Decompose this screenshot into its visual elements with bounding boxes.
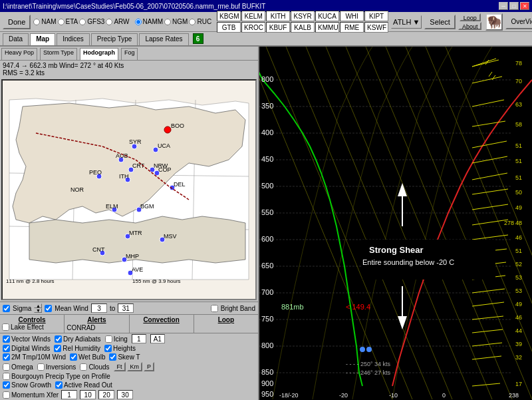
snow-growth-checkbox[interactable] [3,381,10,389]
ngm-radio[interactable] [164,19,171,25]
atlh-dropdown[interactable]: ATLH ▼ [391,15,422,29]
subtab-storm-type[interactable]: Storm Type [40,48,77,60]
station-kuca[interactable]: KUCA [315,11,339,21]
svg-text:881mb: 881mb [281,303,304,311]
momentum-val2[interactable] [80,390,96,399]
range-to[interactable] [118,303,134,313]
heights-checkbox[interactable] [104,345,112,352]
namm-radio[interactable] [135,19,142,25]
station-kbgm[interactable]: KBGM [217,11,241,21]
svg-text:51: 51 [515,174,522,181]
dry-adiabats-checkbox[interactable] [55,335,62,343]
lake-effect-checkbox[interactable] [2,323,9,331]
loop-button[interactable]: Loop [460,13,481,21]
tab-precip-type[interactable]: Precip Type [91,33,138,45]
svg-text:ITH: ITH [119,173,129,180]
sigma-up[interactable]: ▲ [34,303,42,308]
skew-t-checkbox[interactable] [109,353,116,361]
svg-text:NOR: NOR [70,186,84,193]
mean-wind-checkbox[interactable] [45,305,52,312]
station-rme[interactable]: RME [340,22,364,33]
svg-text:UCA: UCA [158,142,170,149]
svg-line-114 [472,204,508,210]
active-read-out-checkbox[interactable] [55,381,63,389]
model-selector-2: NAMM NGM RUC [135,18,212,25]
svg-line-112 [472,173,507,180]
lake-effect-item: Lake Effect [2,323,62,331]
skew-t-label: Skew T [118,353,140,361]
ft-button[interactable]: Ft [114,362,126,371]
station-kmmu[interactable]: KMMU [315,22,339,33]
svg-line-124 [472,343,502,346]
icing-checkbox[interactable] [105,335,112,343]
select-button[interactable]: Select [424,15,456,29]
subtab-heavy-pop[interactable]: Heavy Pop [1,48,37,60]
svg-text:900: 900 [261,379,273,387]
rel-humidity-checkbox[interactable] [54,345,61,352]
convection-title: Convection [132,316,192,323]
done-button[interactable]: Done [3,15,31,29]
svg-text:AVE: AVE [132,266,143,273]
momentum-label: Momentum Xfer [11,391,59,399]
tab-indices[interactable]: Indices [57,33,90,45]
station-kroc[interactable]: KROC [241,22,265,33]
eta-radio[interactable] [58,19,65,25]
station-kswf[interactable]: KSWF [364,22,388,33]
omega-checkbox[interactable] [3,363,10,371]
svg-text:850: 850 [261,368,273,376]
twm-wind-checkbox[interactable] [3,353,10,361]
checkbox-row2: Digital Winds Rel Humidity Heights [0,344,258,353]
station-whi[interactable]: WHI [340,11,364,21]
km-button[interactable]: Km [127,362,143,371]
nam-radio[interactable] [33,19,40,25]
subtab-fog[interactable]: Fog [121,48,138,60]
station-ksyr[interactable]: KSYR [291,11,315,21]
momentum-val4[interactable] [117,390,133,399]
bourgouyn-checkbox[interactable] [3,373,10,380]
tab-lapse-rates[interactable]: Lapse Rates [139,33,188,45]
snow-growth-item: Snow Growth [3,381,51,389]
digital-winds-item: Digital Winds [3,345,50,352]
station-kelm[interactable]: KELM [241,11,265,21]
momentum-checkbox[interactable] [3,391,10,399]
about-button[interactable]: About [458,22,482,30]
station-kipt[interactable]: KIPT [364,11,388,21]
svg-line-108 [472,100,504,106]
ruc-radio[interactable] [189,19,196,25]
svg-text:950: 950 [261,390,273,398]
station-kalb[interactable]: KALB [291,22,315,33]
station-kith[interactable]: KITH [266,11,290,21]
range-from[interactable] [91,303,107,313]
sigma-checkbox[interactable] [3,305,10,312]
gfs3-radio[interactable] [79,19,86,25]
sounding-chart: 800 350 400 450 500 550 600 650 700 750 … [259,47,532,400]
maximize-button[interactable]: □ [509,2,519,10]
tab-map[interactable]: Map [30,33,55,45]
map-info: 947.4 → 662.3 mb Wind= 272 ° at 40 Kts R… [0,61,258,78]
wet-bulb-checkbox[interactable] [70,353,77,361]
minimize-button[interactable]: ─ [499,2,508,10]
p-button[interactable]: P [144,362,154,371]
close-button[interactable]: ✕ [520,2,529,10]
map-area[interactable]: BOO SYR UCA AUB CRT NRW PEO [1,79,257,300]
tab-data[interactable]: Data [3,33,29,45]
bright-band-checkbox[interactable] [211,305,218,312]
svg-text:238: 238 [509,392,519,399]
station-kbuf[interactable]: KBUF [266,22,290,33]
overview-button[interactable]: OverView [505,15,532,29]
subtab-hodograph[interactable]: Hodograph [80,48,118,60]
namm-label: NAMM [143,18,164,25]
arw-radio[interactable] [106,19,112,25]
clouds-checkbox[interactable] [80,363,87,371]
digital-winds-checkbox[interactable] [3,345,10,352]
vector-winds-checkbox[interactable] [3,335,10,343]
station-gtb[interactable]: GTB [217,22,241,33]
wet-bulb-label: Wet Bulb [78,353,105,361]
inversions-checkbox[interactable] [37,363,45,371]
momentum-val1[interactable] [61,390,77,399]
sigma-down[interactable]: ▼ [34,308,42,313]
momentum-val3[interactable] [98,390,114,399]
subtab-bar: Heavy Pop Storm Type Hodograph Fog [0,47,258,61]
svg-line-128 [489,72,492,77]
svg-text:51: 51 [515,248,522,254]
